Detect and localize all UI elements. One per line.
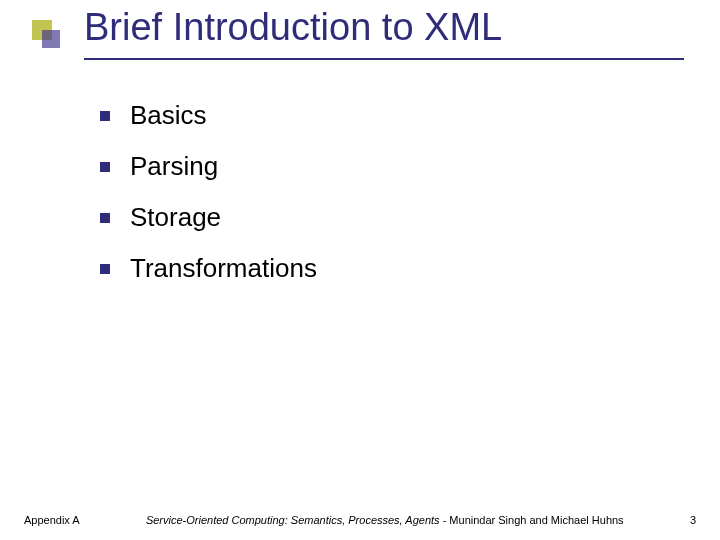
title-underline (84, 58, 684, 60)
list-item: Transformations (100, 253, 317, 284)
list-item: Parsing (100, 151, 317, 182)
footer-book-title: Service-Oriented Computing: Semantics, P… (146, 514, 440, 526)
bullet-list: Basics Parsing Storage Transformations (100, 100, 317, 304)
list-item-label: Storage (130, 202, 221, 233)
footer-authors: - Munindar Singh and Michael Huhns (440, 514, 624, 526)
list-item: Basics (100, 100, 317, 131)
square-bullet-icon (100, 111, 110, 121)
list-item-label: Basics (130, 100, 207, 131)
square-bullet-icon (100, 213, 110, 223)
slide-footer: Appendix A Service-Oriented Computing: S… (0, 514, 720, 526)
list-item: Storage (100, 202, 317, 233)
list-item-label: Transformations (130, 253, 317, 284)
slide-number: 3 (690, 514, 696, 526)
slide: Brief Introduction to XML Basics Parsing… (0, 0, 720, 540)
slide-header: Brief Introduction to XML (0, 0, 720, 92)
slide-title: Brief Introduction to XML (84, 6, 502, 49)
footer-left: Appendix A (24, 514, 80, 526)
list-item-label: Parsing (130, 151, 218, 182)
square-bullet-icon (100, 162, 110, 172)
square-bullet-icon (100, 264, 110, 274)
footer-center: Service-Oriented Computing: Semantics, P… (80, 514, 690, 526)
title-squares-icon (32, 20, 60, 48)
